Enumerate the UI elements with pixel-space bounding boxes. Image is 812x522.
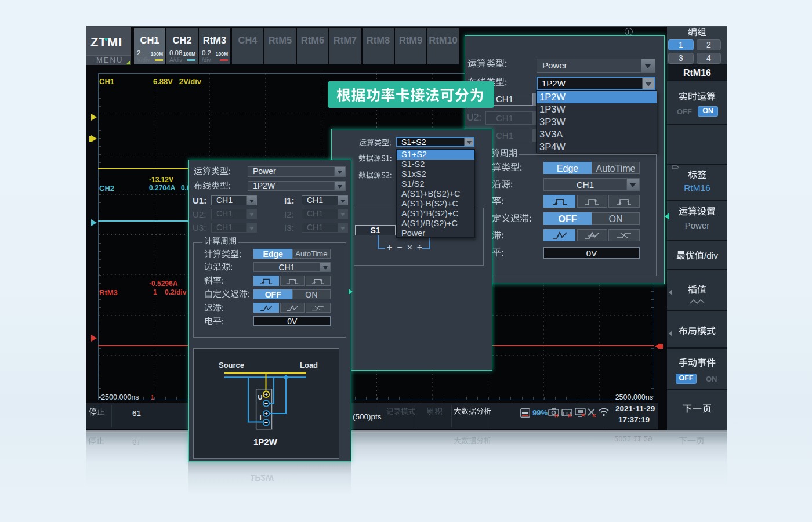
svg-text:Load: Load xyxy=(300,361,318,369)
svg-text:1P2W: 1P2W xyxy=(253,437,278,447)
svg-text:U: U xyxy=(258,394,263,401)
svg-text:I: I xyxy=(260,414,262,421)
svg-text:Source: Source xyxy=(219,361,244,369)
